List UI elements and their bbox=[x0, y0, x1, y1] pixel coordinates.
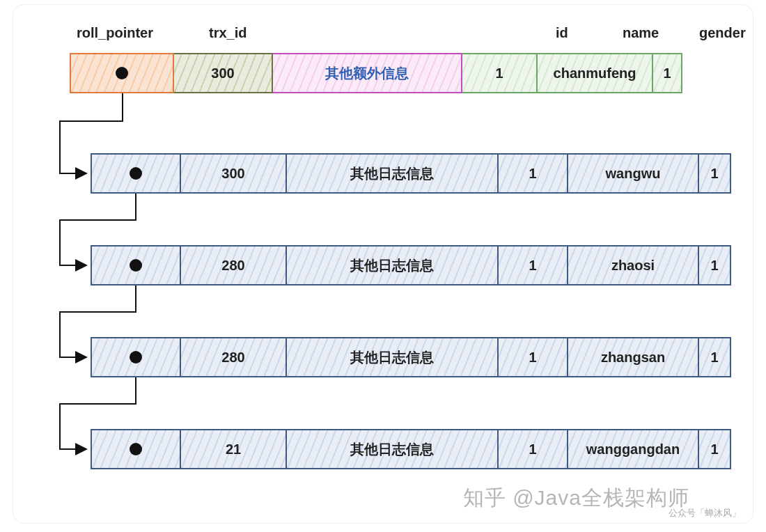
header-gender: gender bbox=[699, 25, 746, 41]
header-roll-pointer: roll_pointer bbox=[77, 25, 153, 41]
cell-trx-id: 300 bbox=[181, 153, 287, 194]
cell-trx-id: 300 bbox=[174, 53, 273, 93]
cell-gender: 1 bbox=[699, 245, 731, 285]
pointer-dot-icon bbox=[130, 167, 142, 180]
undo-row-1: 280 其他日志信息 1 zhaosi 1 bbox=[91, 245, 731, 285]
cell-log-info: 其他日志信息 bbox=[287, 245, 499, 285]
undo-row-3: 21 其他日志信息 1 wanggangdan 1 bbox=[91, 429, 731, 469]
cell-gender: 1 bbox=[699, 429, 731, 469]
cell-gender: 1 bbox=[699, 337, 731, 377]
header-name: name bbox=[623, 25, 659, 41]
undo-row-0: 300 其他日志信息 1 wangwu 1 bbox=[91, 153, 731, 194]
cell-roll-pointer bbox=[70, 53, 174, 93]
cell-gender: 1 bbox=[699, 153, 731, 194]
pointer-dot-icon bbox=[130, 351, 142, 363]
cell-id: 1 bbox=[499, 337, 568, 377]
undo-row-2: 280 其他日志信息 1 zhangsan 1 bbox=[91, 337, 731, 377]
cell-name: zhangsan bbox=[568, 337, 699, 377]
cell-name: wanggangdan bbox=[568, 429, 699, 469]
cell-roll-pointer bbox=[91, 153, 181, 194]
cell-extra-info: 其他额外信息 bbox=[273, 53, 462, 93]
header-id: id bbox=[556, 25, 568, 41]
pointer-dot-icon bbox=[116, 67, 128, 79]
cell-trx-id: 280 bbox=[181, 245, 287, 285]
pointer-dot-icon bbox=[130, 259, 142, 272]
cell-id: 1 bbox=[462, 53, 538, 93]
cell-name: chanmufeng bbox=[538, 53, 653, 93]
cell-roll-pointer bbox=[91, 337, 181, 377]
cell-id: 1 bbox=[499, 429, 568, 469]
footer-credit: 公众号「蝉沐风」 bbox=[669, 507, 741, 519]
watermark-text: 知乎 @Java全栈架构师 bbox=[463, 484, 689, 513]
cell-log-info: 其他日志信息 bbox=[287, 337, 499, 377]
cell-id: 1 bbox=[499, 153, 568, 194]
cell-trx-id: 21 bbox=[181, 429, 287, 469]
cell-gender: 1 bbox=[653, 53, 682, 93]
cell-roll-pointer bbox=[91, 429, 181, 469]
cell-trx-id: 280 bbox=[181, 337, 287, 377]
cell-id: 1 bbox=[499, 245, 568, 285]
cell-roll-pointer bbox=[91, 245, 181, 285]
cell-log-info: 其他日志信息 bbox=[287, 429, 499, 469]
cell-name: zhaosi bbox=[568, 245, 699, 285]
header-trx-id: trx_id bbox=[209, 25, 247, 41]
cell-log-info: 其他日志信息 bbox=[287, 153, 499, 194]
diagram-stage: roll_pointer trx_id id name gender 300 其… bbox=[0, 0, 766, 532]
pointer-dot-icon bbox=[130, 443, 142, 455]
current-record-row: 300 其他额外信息 1 chanmufeng 1 bbox=[70, 53, 752, 93]
cell-name: wangwu bbox=[568, 153, 699, 194]
